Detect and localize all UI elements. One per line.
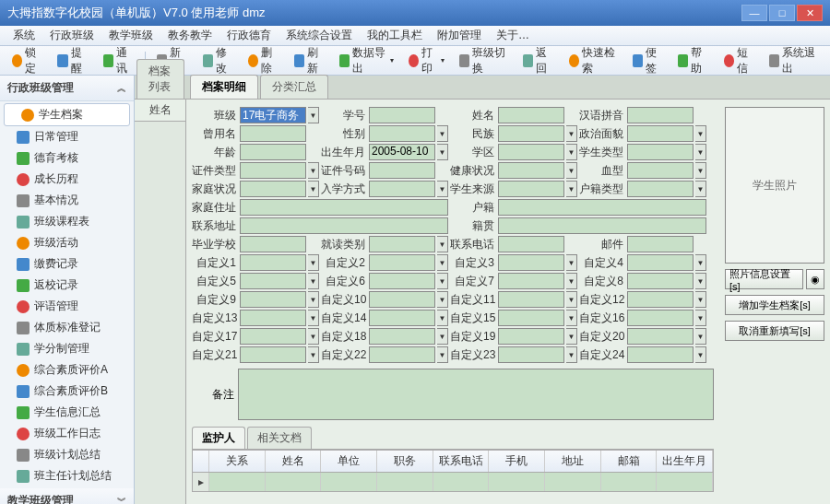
dropdown-icon[interactable]: ▼ xyxy=(308,273,319,289)
field-input[interactable] xyxy=(498,346,564,363)
sidebar-item[interactable]: 班级计划总结 xyxy=(0,444,134,465)
dropdown-icon[interactable]: ▼ xyxy=(695,125,706,142)
sidebar-item[interactable]: 日常管理 xyxy=(0,126,134,147)
cell[interactable] xyxy=(545,473,601,491)
sidebar-item[interactable]: 缴费记录 xyxy=(0,253,134,275)
dropdown-icon[interactable]: ▼ xyxy=(695,254,706,271)
dropdown-icon[interactable]: ▼ xyxy=(437,310,448,326)
dropdown-icon[interactable]: ▼ xyxy=(437,291,448,308)
dropdown-icon[interactable]: ▼ xyxy=(695,346,706,363)
cell[interactable] xyxy=(657,473,713,491)
field-input[interactable] xyxy=(369,346,435,363)
search-button[interactable]: 快速检索 xyxy=(563,41,624,80)
tab-summary[interactable]: 分类汇总 xyxy=(260,75,328,99)
field-input[interactable] xyxy=(240,254,306,271)
dropdown-icon[interactable]: ▼ xyxy=(308,254,319,271)
remark-input[interactable] xyxy=(238,369,714,420)
add-student-button[interactable]: 增加学生档案[s] xyxy=(725,295,824,315)
dropdown-icon[interactable]: ▼ xyxy=(695,144,706,160)
dropdown-icon[interactable]: ▼ xyxy=(437,273,448,289)
dropdown-icon[interactable]: ▼ xyxy=(437,144,448,160)
column-header[interactable]: 联系电话 xyxy=(433,451,490,472)
field-input[interactable] xyxy=(627,162,694,179)
dropdown-icon[interactable]: ▼ xyxy=(695,181,706,197)
cell[interactable] xyxy=(209,473,266,491)
cancel-rewrite-button[interactable]: 取消重新填写[s] xyxy=(725,321,824,341)
dropdown-icon[interactable]: ▼ xyxy=(566,346,577,363)
field-input[interactable] xyxy=(498,107,564,123)
sidebar-item[interactable]: 学分制管理 xyxy=(0,338,134,359)
field-input[interactable] xyxy=(627,254,694,271)
dropdown-icon[interactable]: ▼ xyxy=(566,328,577,345)
dropdown-icon[interactable]: ▼ xyxy=(437,125,448,142)
sidebar-item[interactable]: 德育考核 xyxy=(0,147,134,169)
field-input[interactable] xyxy=(240,291,306,308)
cell[interactable] xyxy=(601,473,658,491)
field-input[interactable] xyxy=(240,199,448,216)
dropdown-icon[interactable]: ▼ xyxy=(566,254,577,271)
field-input[interactable] xyxy=(369,291,435,308)
field-input[interactable] xyxy=(498,328,564,345)
back-button[interactable]: 返回 xyxy=(516,41,560,80)
field-input[interactable] xyxy=(498,144,564,160)
field-input[interactable] xyxy=(498,236,564,252)
cell[interactable] xyxy=(433,473,490,491)
dropdown-icon[interactable]: ▼ xyxy=(695,162,706,179)
field-input[interactable] xyxy=(498,273,564,289)
close-button[interactable]: ✕ xyxy=(797,5,823,21)
dropdown-icon[interactable]: ▼ xyxy=(437,181,448,197)
field-input[interactable] xyxy=(498,181,564,197)
dropdown-icon[interactable]: ▼ xyxy=(437,254,448,271)
dropdown-icon[interactable]: ▼ xyxy=(695,310,706,326)
minimize-button[interactable]: — xyxy=(741,5,767,21)
dropdown-icon[interactable]: ▼ xyxy=(308,310,319,326)
dropdown-icon[interactable]: ▼ xyxy=(308,181,319,197)
dropdown-icon[interactable]: ▼ xyxy=(308,346,319,363)
column-header[interactable]: 邮箱 xyxy=(601,451,658,472)
sidebar-item[interactable]: 班级课程表 xyxy=(0,211,134,232)
sidebar-item[interactable]: 综合素质评价B xyxy=(0,381,134,402)
dropdown-icon[interactable]: ▼ xyxy=(566,125,577,142)
column-header[interactable]: 出生年月 xyxy=(657,451,713,472)
maximize-button[interactable]: □ xyxy=(769,5,795,21)
cell[interactable] xyxy=(377,473,433,491)
export-button[interactable]: 数据导出▾ xyxy=(333,41,400,80)
field-input[interactable] xyxy=(627,236,694,252)
field-input[interactable] xyxy=(240,181,306,197)
cell[interactable] xyxy=(193,473,209,491)
field-input[interactable] xyxy=(240,328,306,345)
camera-icon[interactable]: ◉ xyxy=(806,269,824,289)
field-input[interactable] xyxy=(627,328,694,345)
field-input[interactable] xyxy=(498,254,564,271)
column-header[interactable] xyxy=(193,451,209,472)
bell-button[interactable]: 提醒 xyxy=(51,41,94,80)
chat-button[interactable]: 通讯 xyxy=(97,41,140,80)
column-header[interactable]: 地址 xyxy=(545,451,601,472)
sidebar-section[interactable]: 行政班级管理︽ xyxy=(0,76,134,101)
help-button[interactable]: 帮助 xyxy=(671,41,715,80)
print-button[interactable]: 打印▾ xyxy=(402,41,451,80)
dropdown-icon[interactable]: ▼ xyxy=(566,310,577,326)
dropdown-icon[interactable]: ▼ xyxy=(308,328,319,345)
field-input[interactable] xyxy=(240,273,306,289)
tab-list[interactable]: 档案列表 xyxy=(136,59,184,99)
field-input[interactable] xyxy=(369,273,435,289)
column-header[interactable]: 姓名 xyxy=(266,451,322,472)
sidebar-item[interactable]: 综合素质评价A xyxy=(0,359,134,381)
dropdown-icon[interactable]: ▼ xyxy=(566,291,577,308)
field-input[interactable]: 17电子商务 xyxy=(240,107,306,123)
field-input[interactable] xyxy=(240,236,306,252)
dropdown-icon[interactable]: ▼ xyxy=(566,162,577,179)
field-input[interactable] xyxy=(240,310,306,326)
field-input[interactable] xyxy=(369,107,435,123)
sidebar-item[interactable]: 学生信息汇总 xyxy=(0,402,134,423)
dropdown-icon[interactable]: ▼ xyxy=(695,273,706,289)
field-input[interactable]: 2005-08-10 xyxy=(369,144,435,160)
dropdown-icon[interactable]: ▼ xyxy=(437,236,448,252)
sidebar-item[interactable]: 评语管理 xyxy=(0,296,134,317)
dropdown-icon[interactable]: ▼ xyxy=(566,181,577,197)
field-input[interactable] xyxy=(627,310,694,326)
dropdown-icon[interactable]: ▼ xyxy=(308,107,319,123)
field-input[interactable] xyxy=(627,125,694,142)
column-header[interactable]: 手机 xyxy=(489,451,545,472)
